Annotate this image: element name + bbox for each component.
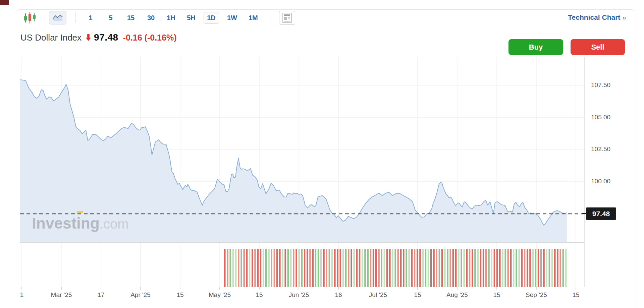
volume-bar	[238, 249, 239, 287]
x-axis-label: May '25	[203, 291, 236, 299]
volume-bar	[532, 249, 534, 287]
volume-bar	[287, 249, 289, 287]
volume-bar	[488, 249, 490, 287]
volume-bar	[477, 249, 479, 287]
area-chart-icon	[52, 14, 63, 22]
volume-bar	[502, 249, 503, 287]
sell-button[interactable]: Sell	[571, 39, 625, 55]
x-axis-label: Sep '25	[520, 291, 553, 299]
interval-button-1d[interactable]: 1D	[204, 12, 219, 24]
interval-button-1w[interactable]: 1W	[224, 12, 240, 24]
volume-bar	[472, 249, 473, 287]
volume-bar	[408, 249, 410, 287]
volume-bar	[263, 249, 264, 287]
volume-bar	[485, 249, 487, 287]
volume-bar	[562, 249, 564, 287]
volume-bar	[282, 249, 283, 287]
interval-button-5h[interactable]: 5H	[183, 12, 199, 24]
technical-chart-label: Technical Chart	[568, 13, 620, 21]
volume-bar	[543, 249, 545, 287]
technical-chart-link[interactable]: Technical Chart»	[568, 13, 626, 21]
volume-bar	[428, 249, 429, 287]
y-axis-label: 107.50	[591, 81, 621, 89]
volume-bar	[334, 249, 336, 287]
news-layout-icon	[282, 13, 292, 23]
price-down-arrow-icon	[86, 34, 91, 43]
x-axis-label: 17	[84, 291, 118, 299]
chevron-right-icon: »	[622, 13, 626, 21]
volume-bar	[507, 249, 509, 287]
last-price-badge: 97.48	[586, 207, 616, 220]
interval-button-5[interactable]: 5	[103, 12, 118, 24]
volume-bar	[329, 249, 330, 287]
volume-bar	[565, 249, 567, 287]
x-axis-label: Jul '25	[361, 291, 395, 299]
volume-bar	[524, 249, 526, 287]
volume-bar	[320, 249, 322, 287]
volume-bar	[559, 249, 561, 287]
interval-button-30[interactable]: 30	[143, 12, 159, 24]
buy-button[interactable]: Buy	[508, 39, 563, 55]
interval-button-1m[interactable]: 1M	[245, 12, 261, 24]
interval-button-1h[interactable]: 1H	[163, 12, 179, 24]
interval-button-1[interactable]: 1	[83, 12, 98, 24]
volume-bar	[469, 249, 471, 287]
volume-bar	[540, 249, 542, 287]
volume-bar	[494, 249, 495, 287]
x-axis-label: Mar '25	[45, 291, 78, 299]
volume-bar	[455, 249, 457, 287]
volume-bar	[441, 249, 443, 287]
volume-bar	[274, 249, 275, 287]
instrument-header: US Dollar Index 97.48 -0.16 (-0.16%)	[20, 30, 176, 45]
volume-bar	[243, 249, 245, 287]
volume-bar	[403, 249, 405, 287]
toolbar-separator	[270, 12, 270, 23]
instrument-title: US Dollar Index	[20, 33, 82, 43]
volume-bar	[318, 249, 319, 287]
volume-bar	[510, 249, 512, 287]
volume-bar	[419, 249, 421, 287]
volume-bar	[342, 249, 344, 287]
news-layout-button[interactable]	[279, 11, 295, 25]
volume-bar	[538, 249, 539, 287]
x-axis-label: 15	[163, 291, 197, 299]
volume-bar	[549, 249, 550, 287]
volume-bar	[384, 249, 385, 287]
volume-bar	[224, 249, 226, 287]
volume-bar	[323, 249, 325, 287]
volume-bar	[351, 249, 352, 287]
interval-button-15[interactable]: 15	[123, 12, 139, 24]
volume-bar	[394, 249, 396, 287]
volume-bar	[452, 249, 454, 287]
x-axis-label: Apr '25	[124, 291, 157, 299]
volume-bar	[229, 249, 231, 287]
volume-bar	[491, 249, 492, 287]
volume-bar	[268, 249, 270, 287]
volume-bar	[381, 249, 382, 287]
volume-bar	[326, 249, 327, 287]
volume-bar	[370, 249, 372, 287]
volume-bar	[449, 249, 451, 287]
volume-bar	[309, 249, 311, 287]
x-axis-label: 15	[559, 291, 593, 299]
volume-bar	[557, 249, 558, 287]
y-axis-label: 100.00	[591, 178, 621, 185]
candlestick-chart-type-button[interactable]	[23, 11, 37, 24]
volume-bar	[411, 249, 413, 287]
area-chart-type-button[interactable]	[49, 11, 66, 24]
x-axis-label: 1	[5, 291, 39, 299]
volume-bar	[439, 249, 440, 287]
volume-bar	[535, 249, 537, 287]
volume-bar	[422, 249, 424, 287]
volume-bar	[312, 249, 314, 287]
volume-bar	[293, 249, 294, 287]
volume-bar	[301, 249, 303, 287]
x-axis-label: Jun '25	[282, 291, 316, 299]
y-axis-label: 102.50	[591, 145, 621, 153]
price-chart-plot-area[interactable]: Investing.com	[20, 57, 585, 292]
volume-bar	[364, 249, 366, 287]
volume-bar	[373, 249, 374, 287]
volume-bar	[249, 249, 251, 287]
chart-toolbar: 1515301H5H1D1W1M Technical Chart»	[16, 10, 635, 26]
volume-bar	[480, 249, 482, 287]
